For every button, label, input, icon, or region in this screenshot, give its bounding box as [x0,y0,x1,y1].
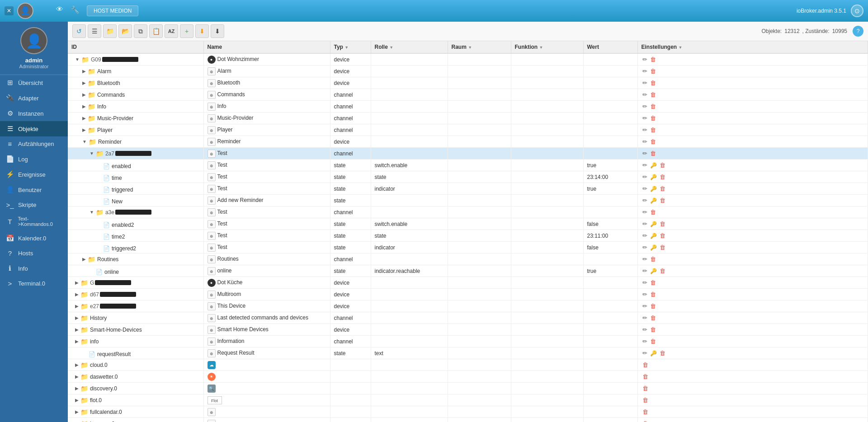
delete-button[interactable]: 🗑 [649,337,657,346]
sidebar-item-aufzaehlungen[interactable]: ≡ Aufzählungen [0,136,68,151]
sidebar-item-log[interactable]: 📄 Log [0,151,68,167]
delete-button[interactable]: 🗑 [642,408,649,416]
sidebar-item-uebersicht[interactable]: ⊞ Übersicht [0,75,68,90]
sidebar-item-info[interactable]: ℹ Info [0,261,68,276]
key-button[interactable]: 🔑 [649,244,658,252]
expand-icon[interactable]: ▶ [75,409,79,414]
edit-button[interactable]: ✏ [642,267,648,275]
sidebar-item-hosts[interactable]: ? Hosts [0,246,68,261]
delete-button[interactable]: 🗑 [659,196,666,205]
edit-button[interactable]: ✏ [642,126,648,134]
edit-button[interactable]: ✏ [642,325,648,334]
sidebar-item-skripte[interactable]: >_ Skripte [0,197,68,212]
delete-button[interactable]: 🗑 [659,161,666,169]
delete-button[interactable]: 🗑 [659,267,666,275]
edit-button[interactable]: ✏ [642,102,648,111]
edit-button[interactable]: ✏ [642,220,648,228]
delete-button[interactable]: 🗑 [649,290,657,299]
download2-button[interactable]: ⬇ [211,24,224,38]
expand-icon[interactable]: ▶ [75,292,79,297]
expand-icon[interactable]: ▶ [75,315,79,320]
expand-icon[interactable]: ▶ [82,69,86,74]
delete-button[interactable]: 🗑 [649,114,657,122]
edit-button[interactable]: ✏ [642,90,648,99]
delete-button[interactable]: 🗑 [642,396,649,404]
expand-icon[interactable]: ▶ [75,374,79,379]
col-header-wert[interactable]: Wert [583,41,637,53]
delete-button[interactable]: 🗑 [659,349,666,357]
delete-button[interactable]: 🗑 [649,126,657,134]
folder-collapse-button[interactable]: 📂 [118,24,132,38]
host-button[interactable]: HOST MEDION [87,5,138,16]
edit-button[interactable]: ✏ [642,349,648,357]
delete-button[interactable]: 🗑 [649,102,657,111]
edit-button[interactable]: ✏ [642,196,648,205]
settings-circle[interactable]: ⊙ [851,5,863,17]
edit-button[interactable]: ✏ [642,114,648,122]
edit-button[interactable]: ✏ [642,173,648,181]
sidebar-item-kalender[interactable]: 📅 Kalender.0 [0,230,68,246]
col-header-rolle[interactable]: Rolle ▼ [371,41,448,53]
az-button[interactable]: AZ [165,24,178,38]
delete-button[interactable]: 🗑 [642,419,649,422]
folder-expand-button[interactable]: 📁 [103,24,117,38]
delete-button[interactable]: 🗑 [659,231,666,240]
edit-button[interactable]: ✏ [642,137,648,146]
expand-icon[interactable]: ▶ [75,304,79,309]
edit-button[interactable]: ✏ [642,231,648,240]
add-button[interactable]: + [180,24,193,38]
edit-button[interactable]: ✏ [642,79,648,87]
refresh-button[interactable]: ↺ [72,24,86,38]
list-button[interactable]: ☰ [88,24,101,38]
delete-button[interactable]: 🗑 [649,90,657,99]
delete-button[interactable]: 🗑 [649,208,657,216]
sidebar-item-instanzen[interactable]: ⚙ Instanzen [0,106,68,121]
delete-button[interactable]: 🗑 [659,173,666,181]
delete-button[interactable]: 🗑 [659,243,666,252]
close-button[interactable]: × [5,6,14,15]
sidebar-item-benutzer[interactable]: 👤 Benutzer [0,182,68,197]
delete-button[interactable]: 🗑 [642,361,649,369]
col-header-name[interactable]: Name [203,41,330,53]
edit-button[interactable]: ✏ [642,290,648,299]
sidebar-item-objekte[interactable]: ☰ Objekte [0,121,68,136]
key-button[interactable]: 🔑 [649,232,658,240]
expand-icon[interactable]: ▶ [75,386,79,391]
download1-button[interactable]: ⬇ [195,24,209,38]
edit-button[interactable]: ✏ [642,55,648,64]
key-button[interactable]: 🔑 [649,349,658,357]
edit-button[interactable]: ✏ [642,278,648,287]
col-header-raum[interactable]: Raum ▼ [448,41,511,53]
expand-icon[interactable]: ▶ [75,339,79,344]
delete-button[interactable]: 🗑 [642,372,649,381]
edit-button[interactable]: ✏ [642,67,648,75]
doc-button[interactable]: 📋 [149,24,163,38]
delete-button[interactable]: 🗑 [649,67,657,75]
delete-button[interactable]: 🗑 [649,325,657,334]
expand-icon[interactable]: ▼ [90,151,94,156]
key-button[interactable]: 🔑 [649,185,658,193]
edit-button[interactable]: ✏ [642,243,648,252]
key-button[interactable]: 🔑 [649,161,658,169]
edit-button[interactable]: ✏ [642,302,648,310]
expand-icon[interactable]: ▶ [75,398,79,403]
delete-button[interactable]: 🗑 [649,137,657,146]
expand-icon[interactable]: ▶ [75,280,79,285]
sidebar-item-terminal[interactable]: > Terminal.0 [0,276,68,291]
key-button[interactable]: 🔑 [649,197,658,205]
delete-button[interactable]: 🗑 [642,384,649,393]
expand-icon[interactable]: ▼ [90,210,94,215]
col-header-funktion[interactable]: Funktion ▼ [511,41,583,53]
help-circle[interactable]: ? [853,26,863,37]
col-header-id[interactable]: ID [68,41,203,53]
expand-icon[interactable]: ▶ [75,327,79,332]
delete-button[interactable]: 🗑 [659,184,666,193]
copy-button[interactable]: ⧉ [134,24,147,38]
edit-button[interactable]: ✏ [642,337,648,346]
edit-button[interactable]: ✏ [642,314,648,322]
expand-icon[interactable]: ▼ [82,139,87,144]
expand-icon[interactable]: ▶ [75,362,79,367]
expand-icon[interactable]: ▶ [82,92,86,97]
delete-button[interactable]: 🗑 [649,55,657,64]
key-button[interactable]: 🔑 [649,220,658,228]
